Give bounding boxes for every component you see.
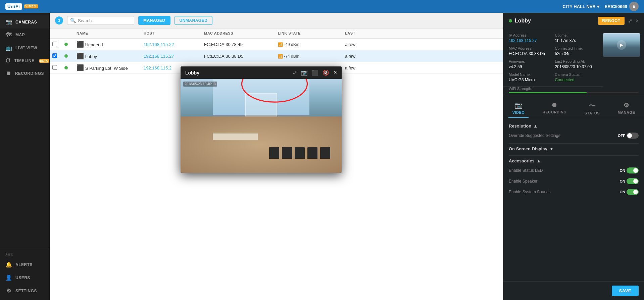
- camera-scene: [181, 79, 342, 173]
- search-box: 🔍: [67, 16, 134, 25]
- table-header: NAME HOST MAC ADDRESS LINK STATE LAST: [50, 29, 503, 39]
- cameras-icon: 📷: [5, 19, 12, 25]
- sounds-switch[interactable]: [627, 189, 639, 195]
- toggle-knob: [627, 133, 632, 138]
- tab-recording[interactable]: ⏺ RECORDING: [539, 100, 571, 118]
- sidebar-item-settings[interactable]: ⚙ SETTINGS: [0, 284, 49, 297]
- led-switch[interactable]: [627, 167, 639, 173]
- led-setting-row: Enable Status LED ON: [509, 167, 639, 173]
- camera-ip-link[interactable]: 192.168.115.27: [144, 54, 174, 59]
- panel-title: Lobby: [509, 18, 531, 24]
- video-timestamp: 2018-05-23 10:40:13: [183, 82, 217, 87]
- search-input[interactable]: [78, 18, 128, 23]
- ip-address-value[interactable]: 192.168.115.27: [509, 38, 537, 43]
- col-link: LINK STATE: [275, 31, 342, 35]
- row-host-cell: 192.168.115.27: [141, 54, 201, 59]
- expand-button[interactable]: ⤢: [293, 69, 297, 76]
- chair: [307, 147, 317, 159]
- camera-ip-link[interactable]: 192.168.115.2: [144, 65, 171, 70]
- override-switch[interactable]: [627, 133, 639, 139]
- osd-label: On Screen Display: [509, 146, 547, 151]
- topbar-right: CITY HALL NVR ▾ ERIC50669 E: [562, 2, 639, 11]
- sounds-toggle[interactable]: ON: [620, 189, 639, 195]
- row-checkbox[interactable]: [52, 65, 57, 70]
- row-mac-cell: FC:EC:DA:30:38:D5: [201, 54, 275, 59]
- sounds-label: Enable System Sounds: [509, 190, 551, 194]
- close-button[interactable]: ×: [333, 69, 337, 76]
- model-label: Model Name:: [509, 72, 552, 77]
- wifi-bar-container: [509, 92, 639, 93]
- chair: [282, 147, 292, 159]
- col-name: NAME: [74, 31, 141, 35]
- speaker-label: Enable Speaker: [509, 179, 537, 184]
- wifi-bar: [509, 92, 587, 93]
- managed-tab-button[interactable]: MANAGED: [138, 16, 170, 25]
- close-panel-button[interactable]: ×: [636, 18, 639, 24]
- table-row[interactable]: ⬛ Lobby 192.168.115.27 FC:EC:DA:30:38:D5…: [50, 50, 503, 62]
- col-host: HOST: [141, 31, 201, 35]
- tab-manage[interactable]: ⚙ MANAGE: [613, 100, 639, 118]
- row-status-cell: [62, 42, 74, 47]
- sidebar-item-timeline[interactable]: ⏱ TIMELINE BETA: [0, 54, 49, 67]
- sidebar-item-alerts[interactable]: 🔔 ALERTS: [0, 258, 49, 271]
- popup-header: Lobby ⤢ 📷 ⬛ 🔇 ×: [181, 66, 342, 79]
- row-name-cell: ⬛ S Parking Lot, W Side: [74, 64, 141, 71]
- osd-chevron-icon: ▼: [549, 146, 554, 151]
- thumb-container: ▶: [603, 29, 644, 87]
- panel-info-grid: IP Address: 192.168.115.27 Uptime: 1h 17…: [503, 29, 603, 87]
- sidebar-item-map[interactable]: 🗺 MAP: [0, 29, 49, 41]
- user-menu[interactable]: ERIC50669 E: [605, 2, 639, 11]
- speaker-button[interactable]: 🔇: [323, 69, 329, 76]
- sidebar-item-cameras[interactable]: 📷 CAMERAS: [0, 15, 49, 29]
- camera-name: Headend: [85, 42, 103, 47]
- mac-label: MAC Address:: [509, 46, 552, 50]
- accessories-label: Accessories: [509, 158, 535, 163]
- speaker-switch[interactable]: [627, 178, 639, 184]
- tab-status[interactable]: 〜 STATUS: [581, 100, 604, 118]
- expand-panel-button[interactable]: ⤢: [628, 18, 632, 24]
- scene-door: [245, 93, 277, 116]
- row-checkbox[interactable]: [52, 53, 57, 58]
- table-row[interactable]: ⬛ Headend 192.168.115.22 FC:EC:DA:30:78:…: [50, 39, 503, 50]
- sidebar-item-label: SETTINGS: [15, 289, 37, 293]
- row-link-cell: 📶 -74 dBm: [275, 54, 342, 59]
- col-last: LAST: [342, 31, 503, 35]
- sidebar-item-liveview[interactable]: 📺 LIVE VIEW: [0, 41, 49, 54]
- signal-value: -74 dBm: [284, 54, 299, 59]
- record-button[interactable]: ⬛: [312, 69, 318, 76]
- reboot-button[interactable]: REBOOT: [598, 17, 624, 25]
- model-value: UVC G3 Micro: [509, 78, 535, 82]
- osd-section-title: On Screen Display ▼: [509, 146, 639, 151]
- timeline-icon: ⏱: [5, 58, 11, 64]
- signal-value: -49 dBm: [284, 42, 299, 47]
- unmanaged-tab-button[interactable]: UNMANAGED: [175, 16, 213, 25]
- logo-badge: VIDEO: [24, 4, 38, 8]
- last-recording-value: 2018/05/23 10:37:00: [555, 64, 592, 69]
- override-label: Override Suggested Settings: [509, 133, 560, 138]
- tab-video[interactable]: 📷 VIDEO: [508, 100, 529, 118]
- accessories-section-title: Accessories ▲: [509, 158, 639, 163]
- video-tab-icon: 📷: [515, 102, 523, 109]
- toggle-knob: [633, 179, 638, 184]
- override-toggle[interactable]: OFF: [618, 133, 639, 139]
- users-icon: 👤: [5, 274, 12, 281]
- nvr-name-text: CITY HALL NVR: [562, 4, 595, 9]
- camera-thumbnail[interactable]: ▶: [603, 33, 640, 57]
- uptime-value: 1h 17m 37s: [555, 38, 576, 43]
- nvr-selector[interactable]: CITY HALL NVR ▾: [562, 4, 599, 9]
- sidebar-item-label: LIVE VIEW: [15, 46, 37, 50]
- speaker-toggle[interactable]: ON: [620, 178, 639, 184]
- led-label: Enable Status LED: [509, 168, 543, 173]
- uptime-info: Uptime: 1h 17m 37s: [555, 33, 598, 43]
- thumb-play-button[interactable]: ▶: [617, 40, 626, 50]
- led-toggle[interactable]: ON: [620, 167, 639, 173]
- camera-icon: ⬛: [77, 41, 84, 48]
- row-checkbox[interactable]: [52, 42, 57, 46]
- video-popup: Lobby ⤢ 📷 ⬛ 🔇 ×: [181, 66, 342, 173]
- save-button[interactable]: SAVE: [612, 286, 639, 296]
- camera-ip-link[interactable]: 192.168.115.22: [144, 42, 174, 47]
- snapshot-button[interactable]: 📷: [301, 69, 308, 76]
- sidebar-item-recordings[interactable]: ⏺ RECORDINGS: [0, 67, 49, 80]
- sidebar-item-users[interactable]: 👤 USERS: [0, 271, 49, 284]
- sidebar-item-label: MAP: [15, 33, 25, 37]
